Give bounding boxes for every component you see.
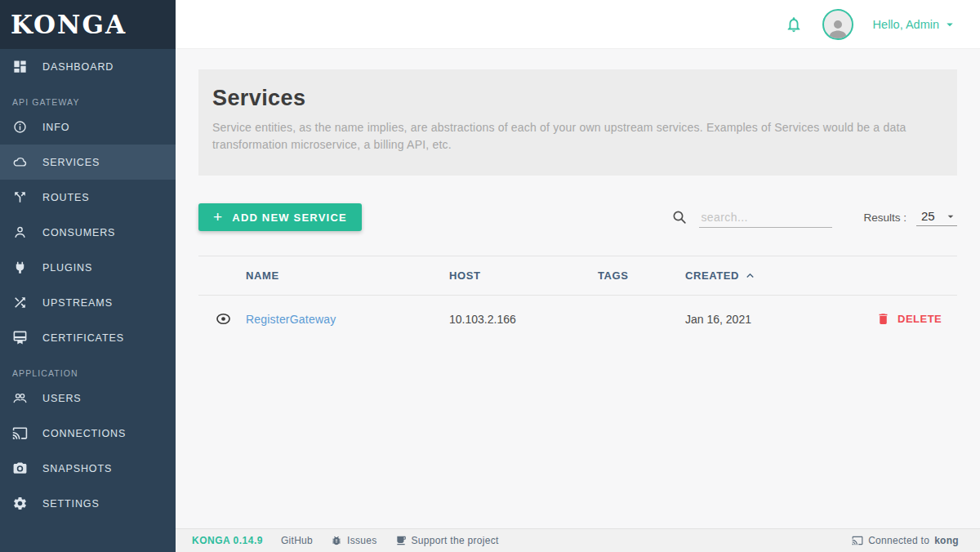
chevron-down-icon [944, 210, 957, 223]
sidebar-item-label: INFO [42, 122, 69, 133]
sidebar-item-label: CERTIFICATES [42, 332, 124, 344]
sidebar-item-label: CONNECTIONS [42, 428, 126, 439]
sidebar-item-certificates[interactable]: CERTIFICATES [0, 320, 176, 355]
plug-icon [12, 260, 28, 275]
page-header-panel: Services Service entities, as the name i… [198, 69, 957, 176]
avatar-person-icon [826, 16, 850, 40]
github-link[interactable]: GitHub [281, 535, 313, 546]
connected-node-name: kong [934, 535, 959, 546]
page-title: Services [212, 86, 943, 111]
sidebar-nav: DASHBOARD API GATEWAY INFO SERVICES ROUT… [0, 49, 176, 552]
results-select[interactable]: 25 [916, 208, 957, 226]
results-area: Results : 25 [863, 208, 957, 226]
table-header-row: NAME HOST TAGS CREATED [198, 256, 957, 296]
cast-icon [12, 425, 28, 441]
sidebar-item-upstreams[interactable]: UPSTREAMS [0, 285, 176, 320]
app-window: KONGA DASHBOARD API GATEWAY INFO SERVICE… [0, 0, 980, 552]
content-area: Services Service entities, as the name i… [176, 49, 980, 528]
sidebar-item-connections[interactable]: CONNECTIONS [0, 416, 176, 451]
trash-icon [876, 312, 890, 326]
users-icon [12, 390, 28, 406]
delete-service-button[interactable]: DELETE [876, 312, 942, 326]
sidebar-section-application: APPLICATION [0, 368, 176, 378]
gear-icon [12, 496, 28, 511]
column-header-tags[interactable]: TAGS [598, 269, 685, 282]
table-row: RegisterGateway 10.103.2.166 Jan 16, 202… [198, 296, 957, 342]
konga-logo[interactable]: KONGA [0, 0, 176, 49]
sidebar-item-routes[interactable]: ROUTES [0, 180, 176, 215]
sort-ascending-icon [743, 269, 757, 283]
sidebar-item-consumers[interactable]: CONSUMERS [0, 215, 176, 250]
add-new-service-button[interactable]: + ADD NEW SERVICE [198, 203, 362, 231]
sidebar-item-plugins[interactable]: PLUGINS [0, 250, 176, 285]
search-input[interactable] [699, 207, 832, 228]
search-icon [671, 209, 688, 225]
user-avatar[interactable] [822, 9, 853, 40]
user-menu[interactable]: Hello, Admin [873, 17, 957, 32]
view-service-eye-icon[interactable] [215, 310, 232, 327]
routes-split-icon [12, 189, 28, 205]
konga-version: KONGA 0.14.9 [192, 535, 263, 546]
dashboard-icon [12, 59, 28, 74]
bug-icon [331, 535, 342, 546]
cast-icon [852, 535, 863, 546]
sidebar-item-dashboard[interactable]: DASHBOARD [0, 49, 176, 84]
sidebar-section-api-gateway: API GATEWAY [0, 97, 176, 107]
delete-label: DELETE [898, 313, 942, 325]
main-column: Hello, Admin Services Service entities, … [176, 0, 980, 552]
certificate-icon [12, 330, 28, 345]
sidebar-item-label: ROUTES [42, 192, 90, 203]
column-header-created[interactable]: CREATED [685, 269, 834, 283]
add-button-label: ADD NEW SERVICE [232, 211, 347, 224]
shuffle-icon [12, 295, 28, 310]
sidebar-item-settings[interactable]: SETTINGS [0, 486, 176, 521]
service-name-link[interactable]: RegisterGateway [246, 313, 336, 326]
sidebar: KONGA DASHBOARD API GATEWAY INFO SERVICE… [0, 0, 176, 552]
sidebar-item-services[interactable]: SERVICES [0, 145, 176, 180]
connected-prefix: Connected to [868, 535, 929, 546]
toolbar: + ADD NEW SERVICE Results : 25 [198, 203, 957, 231]
info-icon [12, 119, 28, 135]
service-host: 10.103.2.166 [449, 313, 598, 326]
chevron-down-icon [942, 17, 957, 32]
support-link[interactable]: Support the project [395, 535, 499, 546]
results-label: Results : [863, 211, 906, 224]
greeting-label: Hello, Admin [873, 18, 939, 31]
topbar: Hello, Admin [176, 0, 980, 49]
sidebar-item-label: CONSUMERS [42, 227, 115, 238]
coffee-mug-icon [395, 535, 407, 546]
search-area [671, 207, 832, 228]
sidebar-item-label: UPSTREAMS [42, 297, 113, 309]
sidebar-item-label: DASHBOARD [42, 61, 114, 73]
page-description: Service entities, as the name implies, a… [212, 119, 915, 154]
column-header-name[interactable]: NAME [246, 269, 449, 282]
sidebar-item-label: USERS [42, 393, 82, 404]
sidebar-item-label: PLUGINS [42, 262, 92, 274]
plus-icon: + [213, 209, 223, 225]
sidebar-item-snapshots[interactable]: SNAPSHOTS [0, 451, 176, 486]
sidebar-item-label: SERVICES [42, 157, 100, 168]
sidebar-item-users[interactable]: USERS [0, 381, 176, 416]
issues-link[interactable]: Issues [331, 535, 376, 546]
cloud-icon [12, 154, 28, 170]
services-table: NAME HOST TAGS CREATED Registe [198, 256, 957, 342]
camera-icon [12, 461, 28, 476]
column-header-host[interactable]: HOST [449, 269, 598, 282]
results-value: 25 [921, 209, 935, 223]
sidebar-item-label: SETTINGS [42, 498, 100, 510]
sidebar-item-label: SNAPSHOTS [42, 463, 112, 474]
notifications-bell-icon[interactable] [785, 16, 803, 33]
footer: KONGA 0.14.9 GitHub Issues Support the p… [176, 528, 980, 552]
person-icon [12, 225, 28, 240]
sidebar-item-info[interactable]: INFO [0, 109, 176, 145]
connection-status: Connected to kong [852, 535, 959, 546]
service-created: Jan 16, 2021 [685, 313, 834, 326]
